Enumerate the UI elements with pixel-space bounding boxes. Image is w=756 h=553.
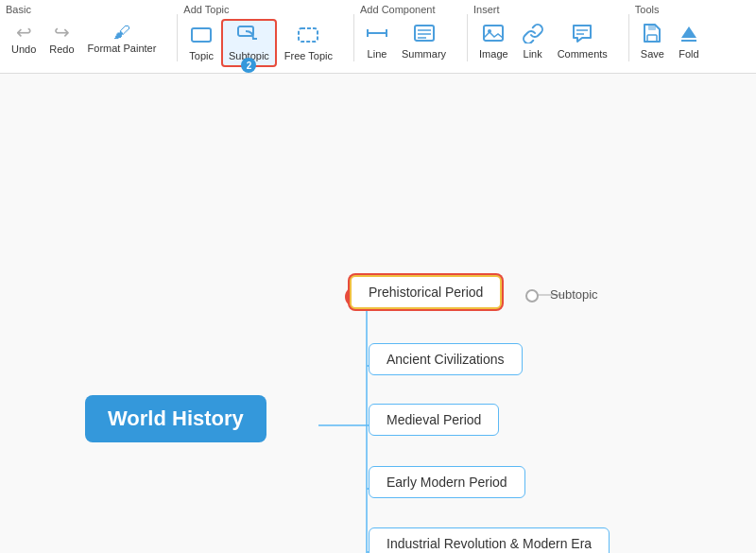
root-node[interactable]: World History [85, 395, 266, 442]
subtopic-connector [525, 289, 539, 302]
industrial-label: Industrial Revolution & Modern Era [387, 536, 592, 551]
toolbar-group-insert: Insert Image [473, 4, 613, 63]
subtopic-badge: 2 [241, 58, 256, 73]
line-label: Line [368, 48, 387, 60]
image-button[interactable]: Image [473, 19, 514, 63]
redo-icon: ↪ [54, 23, 70, 42]
divider-3 [467, 14, 468, 61]
svg-marker-17 [681, 26, 696, 38]
toolbar: Basic ↩ Undo ↪ Redo 🖌 Format Painter Add… [0, 0, 756, 74]
medieval-node[interactable]: Medieval Period [369, 404, 499, 436]
save-icon [641, 23, 663, 46]
free-topic-button[interactable]: Free Topic [279, 21, 338, 65]
link-label: Link [524, 48, 542, 60]
fold-icon [678, 23, 700, 46]
tools-group-label: Tools [635, 4, 660, 15]
svg-rect-3 [299, 28, 318, 42]
insert-group-label: Insert [473, 4, 500, 15]
line-button[interactable]: Line [360, 19, 394, 63]
ancient-node[interactable]: Ancient Civilizations [369, 343, 523, 375]
addtopic-group-label: Add Topic [183, 4, 229, 15]
link-icon [522, 23, 544, 46]
save-button[interactable]: Save [635, 19, 670, 63]
comments-icon [571, 23, 593, 46]
ancient-label: Ancient Civilizations [387, 352, 505, 367]
fold-button[interactable]: Fold [672, 19, 706, 63]
toolbar-group-addcomponent: Add Component Line [360, 4, 452, 63]
format-painter-label: Format Painter [88, 43, 157, 54]
addtopic-items: Topic Subtopic 2 [183, 19, 338, 67]
prehistorical-label: Prehistorical Period [369, 285, 483, 300]
insert-items: Image Link [473, 19, 613, 63]
canvas: World History Prehistorical Period 1 Sub… [0, 74, 756, 553]
undo-icon: ↩ [16, 23, 32, 42]
link-button[interactable]: Link [516, 19, 550, 63]
divider-1 [177, 14, 178, 61]
summary-label: Summary [402, 48, 446, 60]
svg-rect-15 [648, 25, 656, 30]
early-modern-label: Early Modern Period [387, 475, 507, 490]
svg-rect-0 [192, 28, 211, 42]
undo-button[interactable]: ↩ Undo [6, 19, 42, 59]
subtopic-btn-wrap: Subtopic 2 [221, 19, 277, 67]
addcomponent-group-label: Add Component [360, 4, 436, 15]
svg-rect-11 [484, 26, 503, 41]
undo-label: Undo [11, 43, 36, 55]
basic-items: ↩ Undo ↪ Redo 🖌 Format Painter [6, 19, 162, 59]
toolbar-group-basic: Basic ↩ Undo ↪ Redo 🖌 Format Painter [6, 4, 162, 59]
topic-button[interactable]: Topic [183, 21, 219, 65]
toolbar-group-addtopic: Add Topic Topic Subtopic [183, 4, 338, 67]
industrial-node[interactable]: Industrial Revolution & Modern Era [369, 527, 610, 553]
image-label: Image [479, 48, 508, 60]
summary-icon [413, 23, 436, 46]
tools-items: Save Fold [635, 19, 706, 63]
comments-button[interactable]: Comments [552, 19, 613, 63]
free-topic-icon [297, 25, 319, 48]
medieval-label: Medieval Period [387, 412, 481, 427]
divider-4 [628, 14, 629, 61]
comments-label: Comments [558, 48, 608, 60]
prehistorical-node[interactable]: Prehistorical Period [350, 275, 502, 309]
summary-button[interactable]: Summary [396, 19, 452, 63]
toolbar-group-tools: Tools Save Fo [635, 4, 706, 63]
image-icon [482, 23, 505, 46]
fold-label: Fold [679, 48, 698, 60]
format-painter-button[interactable]: 🖌 Format Painter [82, 20, 163, 58]
early-modern-node[interactable]: Early Modern Period [369, 466, 525, 498]
save-label: Save [641, 48, 664, 60]
svg-rect-2 [257, 35, 259, 43]
root-node-label: World History [108, 406, 244, 430]
format-painter-icon: 🖌 [113, 24, 130, 41]
svg-rect-16 [647, 35, 657, 42]
line-icon [366, 23, 388, 46]
subtopic-icon [236, 25, 261, 48]
redo-button[interactable]: ↪ Redo [43, 19, 79, 59]
divider-2 [353, 14, 354, 61]
topic-label: Topic [189, 50, 214, 61]
subtopic-label: Subtopic [550, 287, 598, 302]
topic-icon [190, 25, 213, 48]
redo-label: Redo [49, 43, 74, 55]
free-topic-label: Free Topic [284, 50, 333, 61]
addcomponent-items: Line Summary [360, 19, 452, 63]
basic-group-label: Basic [6, 4, 31, 15]
